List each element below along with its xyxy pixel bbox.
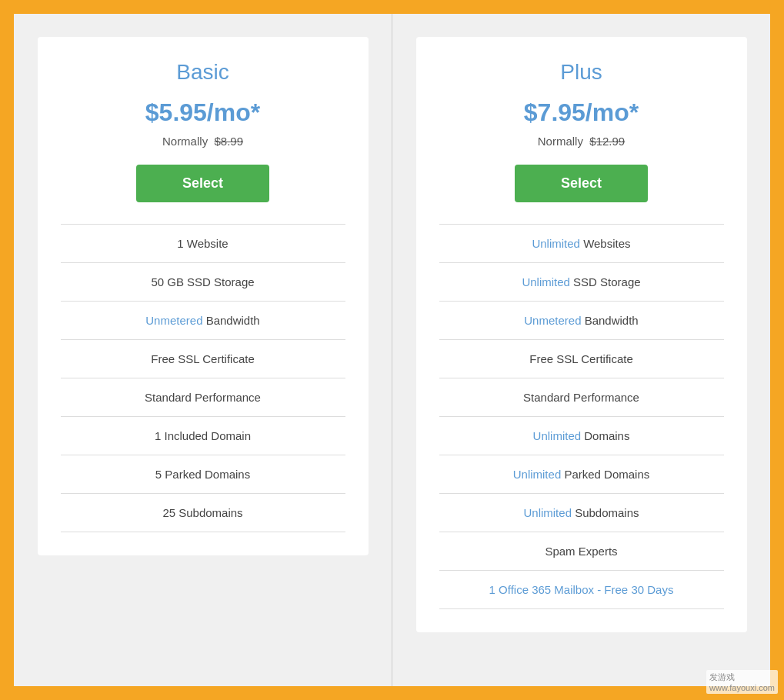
basic-bandwidth-highlight: Unmetered xyxy=(145,314,202,327)
plus-feature-ssl: Free SSL Certificate xyxy=(439,340,724,378)
plus-feature-storage: Unlimited SSD Storage xyxy=(439,263,724,302)
plus-features-list: Unlimited Websites Unlimited SSD Storage… xyxy=(439,224,724,609)
plus-plan-price: $7.95/mo* xyxy=(524,98,639,127)
basic-feature-subdomains: 25 Subdomains xyxy=(61,494,345,532)
basic-plan-card: Basic $5.95/mo* Normally $8.99 Select 1 … xyxy=(38,37,369,555)
basic-features-list: 1 Website 50 GB SSD Storage Unmetered Ba… xyxy=(61,224,345,532)
basic-feature-performance: Standard Performance xyxy=(61,378,345,417)
plus-normally-label: Normally xyxy=(538,135,583,148)
plus-select-button[interactable]: Select xyxy=(515,165,648,202)
plans-container: Basic $5.95/mo* Normally $8.99 Select 1 … xyxy=(14,14,770,686)
basic-select-button[interactable]: Select xyxy=(136,165,269,202)
plus-feature-parked: Unlimited Parked Domains xyxy=(439,455,724,494)
plus-plan-column: Plus $7.95/mo* Normally $12.99 Select Un… xyxy=(392,14,770,686)
plus-feature-websites: Unlimited Websites xyxy=(439,225,724,263)
plus-office-highlight: 1 Office 365 Mailbox - Free 30 Days xyxy=(489,583,674,596)
plus-feature-performance: Standard Performance xyxy=(439,378,724,417)
plus-feature-spam: Spam Experts xyxy=(439,532,724,571)
plus-feature-bandwidth: Unmetered Bandwidth xyxy=(439,302,724,340)
plus-domains-highlight: Unlimited xyxy=(533,429,582,442)
basic-feature-bandwidth: Unmetered Bandwidth xyxy=(61,302,345,340)
basic-feature-storage: 50 GB SSD Storage xyxy=(61,263,345,302)
watermark-url: www.fayouxi.com xyxy=(709,683,775,692)
basic-original-price: $8.99 xyxy=(214,135,243,148)
basic-normally-label: Normally xyxy=(162,135,208,148)
plus-plan-normally: Normally $12.99 xyxy=(538,135,625,148)
basic-plan-column: Basic $5.95/mo* Normally $8.99 Select 1 … xyxy=(14,14,392,686)
plus-bandwidth-highlight: Unmetered xyxy=(524,314,581,327)
basic-feature-ssl: Free SSL Certificate xyxy=(61,340,345,378)
plus-storage-highlight: Unlimited xyxy=(522,275,570,288)
basic-feature-domain: 1 Included Domain xyxy=(61,417,345,455)
basic-plan-normally: Normally $8.99 xyxy=(162,135,243,148)
plus-plan-name: Plus xyxy=(560,60,602,85)
plus-plan-card: Plus $7.95/mo* Normally $12.99 Select Un… xyxy=(416,37,747,632)
basic-plan-price: $5.95/mo* xyxy=(145,98,260,127)
plus-original-price: $12.99 xyxy=(589,135,625,148)
plus-feature-subdomains: Unlimited Subdomains xyxy=(439,494,724,532)
plus-websites-highlight: Unlimited xyxy=(532,237,580,250)
plus-subdomains-highlight: Unlimited xyxy=(523,506,572,519)
plus-feature-domains: Unlimited Domains xyxy=(439,417,724,455)
watermark: 发游戏 www.fayouxi.com xyxy=(706,670,778,694)
basic-plan-name: Basic xyxy=(176,60,229,85)
watermark-brand: 发游戏 xyxy=(709,672,735,682)
basic-feature-parked: 5 Parked Domains xyxy=(61,455,345,494)
basic-feature-websites: 1 Website xyxy=(61,225,345,263)
plus-parked-highlight: Unlimited xyxy=(513,468,562,481)
plus-feature-office: 1 Office 365 Mailbox - Free 30 Days xyxy=(439,571,724,609)
